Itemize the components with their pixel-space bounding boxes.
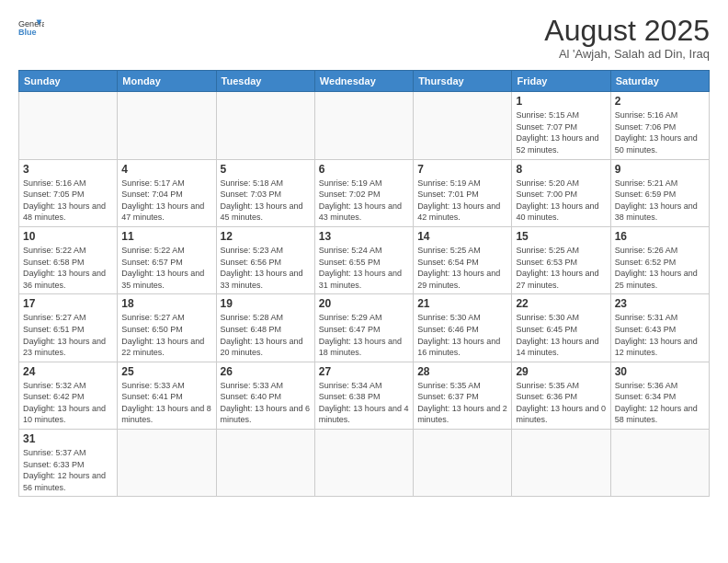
day-info: Sunrise: 5:33 AM Sunset: 6:40 PM Dayligh…: [221, 380, 311, 426]
table-row: 9Sunrise: 5:21 AM Sunset: 6:59 PM Daylig…: [610, 159, 709, 226]
table-row: 15Sunrise: 5:25 AM Sunset: 6:53 PM Dayli…: [512, 226, 610, 293]
table-row: 27Sunrise: 5:34 AM Sunset: 6:38 PM Dayli…: [314, 362, 413, 429]
day-info: Sunrise: 5:32 AM Sunset: 6:42 PM Dayligh…: [23, 380, 113, 426]
day-info: Sunrise: 5:31 AM Sunset: 6:43 PM Dayligh…: [615, 312, 705, 358]
day-number: 1: [516, 95, 606, 108]
table-row: 17Sunrise: 5:27 AM Sunset: 6:51 PM Dayli…: [19, 294, 118, 362]
table-row: 13Sunrise: 5:24 AM Sunset: 6:55 PM Dayli…: [314, 226, 413, 293]
table-row: 31Sunrise: 5:37 AM Sunset: 6:33 PM Dayli…: [19, 430, 118, 497]
table-row: [414, 430, 512, 497]
day-number: 7: [417, 163, 507, 176]
day-info: Sunrise: 5:28 AM Sunset: 6:48 PM Dayligh…: [221, 312, 311, 358]
table-row: [216, 92, 314, 159]
day-info: Sunrise: 5:19 AM Sunset: 7:02 PM Dayligh…: [319, 178, 409, 224]
day-number: 31: [23, 432, 113, 445]
day-number: 22: [516, 297, 606, 310]
col-tuesday: Tuesday: [216, 71, 314, 92]
table-row: [118, 430, 216, 497]
table-row: 23Sunrise: 5:31 AM Sunset: 6:43 PM Dayli…: [610, 294, 709, 362]
table-row: 25Sunrise: 5:33 AM Sunset: 6:41 PM Dayli…: [118, 362, 216, 429]
generalblue-logo-icon: General Blue: [18, 15, 44, 40]
day-info: Sunrise: 5:16 AM Sunset: 7:06 PM Dayligh…: [615, 109, 705, 155]
day-info: Sunrise: 5:34 AM Sunset: 6:38 PM Dayligh…: [319, 380, 409, 426]
table-row: 6Sunrise: 5:19 AM Sunset: 7:02 PM Daylig…: [314, 159, 413, 226]
table-row: 5Sunrise: 5:18 AM Sunset: 7:03 PM Daylig…: [216, 159, 314, 226]
day-number: 13: [319, 230, 409, 243]
table-row: 2Sunrise: 5:16 AM Sunset: 7:06 PM Daylig…: [610, 92, 709, 159]
day-info: Sunrise: 5:17 AM Sunset: 7:04 PM Dayligh…: [121, 178, 211, 224]
day-info: Sunrise: 5:23 AM Sunset: 6:56 PM Dayligh…: [221, 245, 311, 291]
day-number: 11: [121, 230, 211, 243]
table-row: 10Sunrise: 5:22 AM Sunset: 6:58 PM Dayli…: [19, 226, 118, 293]
table-row: 30Sunrise: 5:36 AM Sunset: 6:34 PM Dayli…: [610, 362, 709, 429]
day-info: Sunrise: 5:15 AM Sunset: 7:07 PM Dayligh…: [516, 109, 606, 155]
day-number: 2: [615, 95, 705, 108]
table-row: 8Sunrise: 5:20 AM Sunset: 7:00 PM Daylig…: [512, 159, 610, 226]
day-number: 9: [615, 163, 705, 176]
day-info: Sunrise: 5:35 AM Sunset: 6:36 PM Dayligh…: [516, 380, 606, 426]
table-row: 21Sunrise: 5:30 AM Sunset: 6:46 PM Dayli…: [414, 294, 512, 362]
calendar-subtitle: Al 'Awjah, Salah ad Din, Iraq: [544, 47, 710, 61]
table-row: [314, 430, 413, 497]
day-number: 26: [221, 365, 311, 378]
table-row: [414, 92, 512, 159]
col-wednesday: Wednesday: [314, 71, 413, 92]
day-info: Sunrise: 5:30 AM Sunset: 6:46 PM Dayligh…: [417, 312, 507, 358]
day-info: Sunrise: 5:25 AM Sunset: 6:54 PM Dayligh…: [417, 245, 507, 291]
day-info: Sunrise: 5:27 AM Sunset: 6:51 PM Dayligh…: [23, 312, 113, 358]
table-row: 26Sunrise: 5:33 AM Sunset: 6:40 PM Dayli…: [216, 362, 314, 429]
table-row: 20Sunrise: 5:29 AM Sunset: 6:47 PM Dayli…: [314, 294, 413, 362]
day-info: Sunrise: 5:25 AM Sunset: 6:53 PM Dayligh…: [516, 245, 606, 291]
day-info: Sunrise: 5:20 AM Sunset: 7:00 PM Dayligh…: [516, 178, 606, 224]
day-info: Sunrise: 5:18 AM Sunset: 7:03 PM Dayligh…: [221, 178, 311, 224]
day-number: 20: [319, 297, 409, 310]
day-number: 14: [417, 230, 507, 243]
table-row: [216, 430, 314, 497]
day-info: Sunrise: 5:33 AM Sunset: 6:41 PM Dayligh…: [121, 380, 211, 426]
day-number: 15: [516, 230, 606, 243]
day-info: Sunrise: 5:37 AM Sunset: 6:33 PM Dayligh…: [23, 447, 113, 493]
day-info: Sunrise: 5:16 AM Sunset: 7:05 PM Dayligh…: [23, 178, 113, 224]
table-row: 11Sunrise: 5:22 AM Sunset: 6:57 PM Dayli…: [118, 226, 216, 293]
col-monday: Monday: [118, 71, 216, 92]
col-saturday: Saturday: [610, 71, 709, 92]
logo: General Blue: [18, 15, 44, 40]
day-number: 17: [23, 297, 113, 310]
day-info: Sunrise: 5:19 AM Sunset: 7:01 PM Dayligh…: [417, 178, 507, 224]
svg-text:Blue: Blue: [18, 28, 37, 37]
table-row: 18Sunrise: 5:27 AM Sunset: 6:50 PM Dayli…: [118, 294, 216, 362]
day-number: 27: [319, 365, 409, 378]
calendar-title: August 2025: [544, 15, 710, 47]
table-row: [314, 92, 413, 159]
table-row: 22Sunrise: 5:30 AM Sunset: 6:45 PM Dayli…: [512, 294, 610, 362]
calendar-header-row: Sunday Monday Tuesday Wednesday Thursday…: [19, 71, 710, 92]
calendar-table: Sunday Monday Tuesday Wednesday Thursday…: [18, 70, 710, 497]
day-number: 18: [121, 297, 211, 310]
table-row: 12Sunrise: 5:23 AM Sunset: 6:56 PM Dayli…: [216, 226, 314, 293]
day-number: 30: [615, 365, 705, 378]
table-row: 24Sunrise: 5:32 AM Sunset: 6:42 PM Dayli…: [19, 362, 118, 429]
day-info: Sunrise: 5:27 AM Sunset: 6:50 PM Dayligh…: [121, 312, 211, 358]
day-info: Sunrise: 5:30 AM Sunset: 6:45 PM Dayligh…: [516, 312, 606, 358]
day-number: 23: [615, 297, 705, 310]
day-number: 16: [615, 230, 705, 243]
day-number: 10: [23, 230, 113, 243]
table-row: 3Sunrise: 5:16 AM Sunset: 7:05 PM Daylig…: [19, 159, 118, 226]
col-sunday: Sunday: [19, 71, 118, 92]
day-number: 3: [23, 163, 113, 176]
day-number: 28: [417, 365, 507, 378]
table-row: 4Sunrise: 5:17 AM Sunset: 7:04 PM Daylig…: [118, 159, 216, 226]
table-row: [118, 92, 216, 159]
day-number: 6: [319, 163, 409, 176]
day-number: 24: [23, 365, 113, 378]
table-row: 14Sunrise: 5:25 AM Sunset: 6:54 PM Dayli…: [414, 226, 512, 293]
table-row: 7Sunrise: 5:19 AM Sunset: 7:01 PM Daylig…: [414, 159, 512, 226]
table-row: 28Sunrise: 5:35 AM Sunset: 6:37 PM Dayli…: [414, 362, 512, 429]
day-info: Sunrise: 5:35 AM Sunset: 6:37 PM Dayligh…: [417, 380, 507, 426]
day-number: 12: [221, 230, 311, 243]
day-info: Sunrise: 5:24 AM Sunset: 6:55 PM Dayligh…: [319, 245, 409, 291]
day-number: 21: [417, 297, 507, 310]
table-row: [610, 430, 709, 497]
table-row: [512, 430, 610, 497]
col-friday: Friday: [512, 71, 610, 92]
